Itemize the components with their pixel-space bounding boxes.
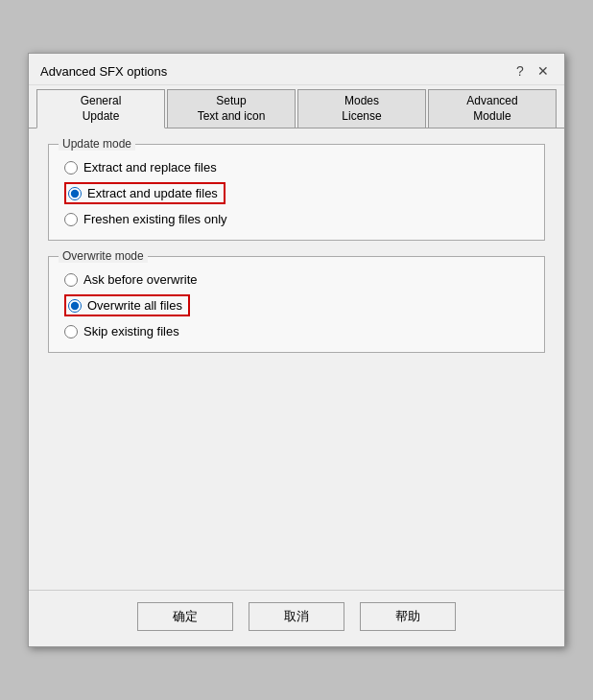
label-freshen: Freshen existing files only — [83, 212, 227, 226]
update-mode-label: Update mode — [59, 137, 135, 151]
cancel-button[interactable]: 取消 — [249, 602, 344, 631]
tab-advanced-module[interactable]: Advanced Module — [428, 89, 557, 128]
close-button[interactable]: ✕ — [534, 61, 553, 81]
help-button[interactable]: ? — [510, 61, 530, 81]
button-bar: 确定 取消 帮助 — [29, 590, 564, 646]
dialog: Advanced SFX options ? ✕ General Update … — [28, 53, 565, 647]
title-bar: Advanced SFX options ? ✕ — [29, 54, 564, 85]
highlight-overwrite-all: Overwrite all files — [64, 294, 190, 316]
radio-item-extract-update[interactable]: Extract and update files — [64, 182, 529, 204]
label-overwrite-all: Overwrite all files — [87, 298, 182, 313]
highlight-extract-update: Extract and update files — [64, 182, 225, 204]
tab-modes-license[interactable]: Modes License — [297, 89, 426, 128]
label-skip-existing: Skip existing files — [83, 324, 179, 338]
radio-extract-replace[interactable] — [64, 161, 78, 175]
help-dialog-button[interactable]: 帮助 — [360, 602, 456, 631]
content-area: Update mode Extract and replace files Ex… — [29, 128, 564, 590]
radio-ask-overwrite[interactable] — [64, 273, 78, 287]
radio-skip-existing[interactable] — [64, 325, 78, 338]
radio-overwrite-all[interactable] — [68, 299, 82, 313]
label-ask-overwrite: Ask before overwrite — [83, 272, 198, 287]
radio-item-skip-existing[interactable]: Skip existing files — [64, 324, 529, 338]
tab-text-icon[interactable]: Setup Text and icon — [167, 89, 296, 128]
overwrite-mode-radio-group: Ask before overwrite Overwrite all files… — [64, 272, 529, 338]
radio-freshen[interactable] — [64, 213, 78, 226]
update-mode-radio-group: Extract and replace files Extract and up… — [64, 160, 529, 226]
update-mode-section: Update mode Extract and replace files Ex… — [48, 144, 545, 241]
title-buttons: ? ✕ — [510, 61, 553, 81]
radio-extract-update[interactable] — [68, 187, 82, 200]
radio-item-freshen[interactable]: Freshen existing files only — [64, 212, 529, 226]
tab-bar: General Update Setup Text and icon Modes… — [29, 85, 564, 128]
label-extract-replace: Extract and replace files — [83, 160, 217, 175]
dialog-title: Advanced SFX options — [40, 64, 167, 79]
radio-item-extract-replace[interactable]: Extract and replace files — [64, 160, 529, 175]
tab-general-update[interactable]: General Update — [36, 89, 165, 128]
label-extract-update: Extract and update files — [87, 186, 218, 200]
overwrite-mode-section: Overwrite mode Ask before overwrite Over… — [48, 256, 545, 353]
radio-item-overwrite-all[interactable]: Overwrite all files — [64, 294, 529, 316]
radio-item-ask-overwrite[interactable]: Ask before overwrite — [64, 272, 529, 287]
overwrite-mode-label: Overwrite mode — [59, 249, 148, 263]
ok-button[interactable]: 确定 — [137, 602, 233, 631]
